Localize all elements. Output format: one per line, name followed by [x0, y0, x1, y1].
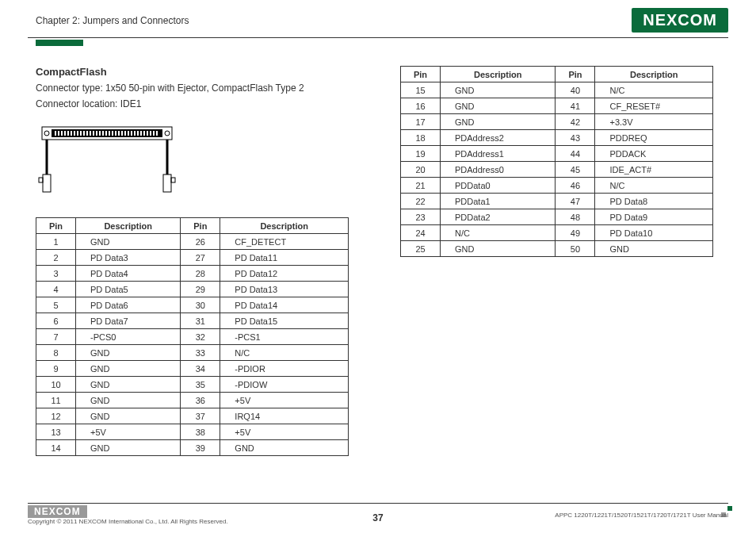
pin-cell: 3: [36, 266, 76, 282]
desc-cell: PDData0: [441, 178, 556, 194]
pin-cell: 44: [556, 146, 595, 162]
svg-rect-17: [102, 131, 104, 136]
desc-cell: GND: [76, 345, 181, 361]
svg-rect-6: [67, 131, 69, 136]
connector-location: Connector location: IDE1: [36, 97, 349, 111]
pin-cell: 46: [556, 178, 595, 194]
pin-cell: 25: [401, 241, 441, 257]
svg-rect-31: [147, 131, 148, 136]
table-header: Pin: [556, 67, 595, 82]
pin-cell: 19: [401, 146, 441, 162]
desc-cell: -PDIOW: [220, 377, 349, 393]
table-row: 8GND33N/C: [36, 345, 349, 361]
table-row: 22PDData147PD Data8: [401, 194, 713, 209]
pin-cell: 37: [181, 408, 220, 424]
desc-cell: PD Data12: [220, 266, 349, 282]
pin-cell: 21: [401, 178, 441, 194]
pin-cell: 50: [556, 241, 595, 257]
svg-rect-24: [124, 131, 126, 136]
svg-rect-34: [156, 131, 158, 136]
page-number: 37: [372, 512, 383, 523]
table-row: 20PDAddress045IDE_ACT#: [401, 162, 713, 178]
table-row: 16GND41CF_RESET#: [401, 98, 713, 114]
svg-rect-26: [131, 131, 132, 136]
desc-cell: PD Data15: [220, 313, 349, 329]
pin-cell: 13: [36, 424, 76, 440]
svg-rect-13: [90, 131, 91, 136]
pin-cell: 18: [401, 130, 441, 146]
desc-cell: PD Data11: [220, 250, 349, 266]
table-row: 12GND37IRQ14: [36, 408, 349, 424]
desc-cell: PD Data4: [76, 266, 181, 282]
desc-cell: CF_RESET#: [595, 98, 713, 114]
svg-rect-10: [80, 131, 82, 136]
svg-rect-11: [83, 131, 85, 136]
table-row: 6PD Data731PD Data15: [36, 313, 349, 329]
table-row: 15GND40N/C: [401, 82, 713, 98]
desc-cell: -PCS0: [76, 329, 181, 345]
pin-cell: 39: [181, 440, 220, 456]
svg-rect-7: [71, 131, 72, 136]
svg-rect-15: [96, 131, 97, 136]
pin-cell: 49: [556, 225, 595, 241]
desc-cell: GND: [441, 114, 556, 130]
pin-cell: 14: [36, 440, 76, 456]
table-row: 17GND42+3.3V: [401, 114, 713, 130]
pin-cell: 7: [36, 329, 76, 345]
pin-cell: 11: [36, 393, 76, 408]
desc-cell: +3.3V: [595, 114, 713, 130]
desc-cell: GND: [441, 98, 556, 114]
chapter-label: Chapter 2: Jumpers and Connectors: [36, 15, 189, 26]
nexcom-logo: NEXCOM: [632, 8, 728, 33]
svg-rect-3: [58, 131, 59, 136]
pin-cell: 33: [181, 345, 220, 361]
desc-cell: PDAddress0: [441, 162, 556, 178]
pin-cell: 43: [556, 130, 595, 146]
table-header: Pin: [401, 67, 441, 82]
pin-cell: 35: [181, 377, 220, 393]
svg-rect-8: [74, 131, 75, 136]
desc-cell: PD Data9: [595, 209, 713, 225]
pin-cell: 29: [181, 282, 220, 297]
desc-cell: GND: [76, 440, 181, 456]
svg-rect-40: [171, 178, 175, 182]
desc-cell: N/C: [595, 178, 713, 194]
desc-cell: -PDIOR: [220, 361, 349, 377]
pin-cell: 17: [401, 114, 441, 130]
svg-rect-16: [99, 131, 101, 136]
table-row: 18PDAddress243PDDREQ: [401, 130, 713, 146]
table-row: 14GND39GND: [36, 440, 349, 456]
pin-cell: 4: [36, 282, 76, 297]
pin-cell: 5: [36, 297, 76, 313]
svg-rect-5: [64, 131, 66, 136]
svg-rect-37: [43, 174, 51, 192]
pin-cell: 15: [401, 82, 441, 98]
pin-cell: 10: [36, 377, 76, 393]
pin-cell: 2: [36, 250, 76, 266]
pin-cell: 1: [36, 234, 76, 250]
pin-cell: 42: [556, 114, 595, 130]
table-header: Pin: [181, 218, 220, 234]
svg-point-36: [165, 131, 170, 136]
accent-bar: [36, 40, 83, 46]
table-row: 2PD Data327PD Data11: [36, 250, 349, 266]
desc-cell: PDAddress2: [441, 130, 556, 146]
desc-cell: GND: [441, 82, 556, 98]
desc-cell: PDData2: [441, 209, 556, 225]
table-row: 7-PCS032-PCS1: [36, 329, 349, 345]
desc-cell: PDAddress1: [441, 146, 556, 162]
pinout-table-2: PinDescriptionPinDescription 15GND40N/C1…: [400, 66, 713, 257]
svg-point-35: [44, 131, 49, 136]
manual-title: APPC 1220T/1221T/1520T/1521T/1720T/1721T…: [555, 512, 728, 519]
table-row: 13+5V38+5V: [36, 424, 349, 440]
desc-cell: GND: [441, 241, 556, 257]
pin-cell: 41: [556, 98, 595, 114]
pin-cell: 38: [181, 424, 220, 440]
desc-cell: PD Data14: [220, 297, 349, 313]
table-header: Description: [220, 218, 349, 234]
pin-cell: 24: [401, 225, 441, 241]
desc-cell: PD Data6: [76, 297, 181, 313]
pin-cell: 16: [401, 98, 441, 114]
desc-cell: IDE_ACT#: [595, 162, 713, 178]
desc-cell: PD Data5: [76, 282, 181, 297]
